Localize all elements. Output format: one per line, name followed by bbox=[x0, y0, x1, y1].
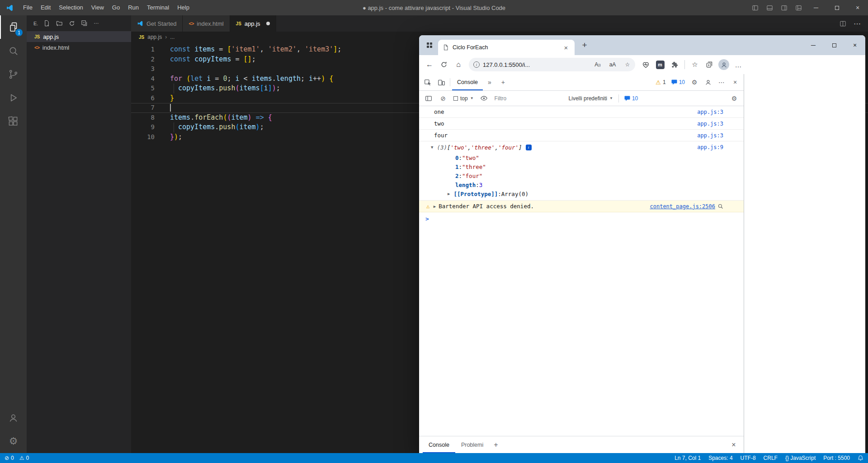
file-index.html[interactable]: <>index.html bbox=[27, 42, 131, 53]
drawer-tab-console[interactable]: Console bbox=[423, 436, 455, 453]
console-messages[interactable]: oneapp.js:3twoapp.js:3fourapp.js:3▼(3) [… bbox=[419, 106, 744, 436]
tab-app-js[interactable]: JSapp.js bbox=[230, 15, 276, 32]
live-expression-icon[interactable] bbox=[477, 92, 491, 105]
collapse-folders-icon[interactable] bbox=[81, 20, 88, 27]
console-source-link[interactable]: app.js:3 bbox=[697, 132, 723, 139]
console-source-link[interactable]: app.js:9 bbox=[697, 144, 723, 150]
toggle-secondary-sidebar-icon[interactable] bbox=[777, 0, 791, 15]
url-text[interactable]: 127.0.0.1:5500/i... bbox=[483, 61, 589, 68]
extensions-icon[interactable] bbox=[0, 109, 27, 133]
inspect-element-icon[interactable] bbox=[421, 75, 434, 89]
menu-run[interactable]: Run bbox=[124, 0, 143, 15]
close-devtools-icon[interactable]: × bbox=[728, 75, 742, 89]
devtools-settings-icon[interactable]: ⚙ bbox=[688, 75, 701, 89]
menu-go[interactable]: Go bbox=[108, 0, 124, 15]
message-counter[interactable]: 10 bbox=[669, 79, 688, 85]
add-favorite-icon[interactable]: ☆ bbox=[622, 59, 633, 70]
drawer-close-icon[interactable]: × bbox=[727, 441, 740, 449]
errors-indicator[interactable]: ⊘0 bbox=[5, 455, 14, 461]
breadcrumb-more[interactable]: ... bbox=[170, 34, 175, 40]
read-aloud-icon[interactable]: A)) bbox=[592, 59, 604, 70]
menu-help[interactable]: Help bbox=[173, 0, 193, 15]
source-control-icon[interactable] bbox=[0, 62, 27, 86]
more-actions-icon[interactable]: ⋯ bbox=[94, 20, 99, 26]
filter-input[interactable] bbox=[495, 95, 562, 102]
m-extension-icon[interactable]: m bbox=[653, 58, 667, 71]
status-spaces-4[interactable]: Spaces: 4 bbox=[708, 455, 732, 461]
console-source-link[interactable]: app.js:3 bbox=[697, 109, 723, 115]
tab-actions-menu-icon[interactable] bbox=[424, 39, 435, 51]
console-array-child[interactable]: 2: "four" bbox=[419, 171, 744, 180]
console-log-row[interactable]: fourapp.js:3 bbox=[419, 130, 744, 141]
page-content[interactable] bbox=[744, 74, 865, 453]
message-counter[interactable]: 10 bbox=[622, 95, 641, 102]
tab-get-started[interactable]: Get Started bbox=[131, 15, 183, 32]
new-tab-icon[interactable]: + bbox=[578, 39, 591, 51]
console-log-row[interactable]: oneapp.js:3 bbox=[419, 106, 744, 118]
maximize-button[interactable] bbox=[826, 0, 847, 15]
collections-icon[interactable] bbox=[703, 58, 716, 71]
status-ln-7-col-1[interactable]: Ln 7, Col 1 bbox=[675, 455, 701, 461]
console-array-child[interactable]: ▶[[Prototype]]: Array(0) bbox=[419, 189, 744, 198]
search-icon[interactable] bbox=[0, 39, 27, 62]
devtools-more-icon[interactable]: ⋯ bbox=[715, 75, 728, 89]
drawer-tab-problemi[interactable]: Problemi bbox=[455, 436, 489, 453]
expand-caret-icon[interactable]: ▶ bbox=[434, 204, 436, 209]
close-button[interactable]: × bbox=[847, 0, 868, 15]
translate-icon[interactable]: aA bbox=[607, 59, 618, 70]
refresh-icon[interactable] bbox=[437, 58, 451, 71]
device-emulation-icon[interactable] bbox=[434, 75, 448, 89]
feedback-icon[interactable] bbox=[701, 75, 715, 89]
status-port-5500[interactable]: Port : 5500 bbox=[823, 455, 850, 461]
console-array-child[interactable]: 1: "three" bbox=[419, 162, 744, 171]
edge-maximize-button[interactable] bbox=[824, 35, 844, 55]
new-folder-icon[interactable] bbox=[56, 20, 63, 27]
profile-avatar[interactable] bbox=[717, 58, 731, 71]
edge-close-button[interactable]: × bbox=[844, 35, 865, 55]
new-file-icon[interactable] bbox=[43, 20, 50, 27]
edge-minimize-button[interactable]: ─ bbox=[803, 35, 824, 55]
log-levels-selector[interactable]: Livelli predefiniti▼ bbox=[566, 95, 616, 102]
status-crlf[interactable]: CRLF bbox=[764, 455, 778, 461]
toggle-panel-icon[interactable] bbox=[762, 0, 777, 15]
console-sidebar-icon[interactable] bbox=[422, 92, 435, 105]
console-array-row[interactable]: ▼(3) ['two', 'three', 'four']iapp.js:9 bbox=[419, 141, 744, 153]
console-array-child[interactable]: 0: "two" bbox=[419, 153, 744, 162]
console-settings-icon[interactable]: ⚙ bbox=[727, 92, 741, 105]
breadcrumb-file[interactable]: app.js bbox=[147, 34, 162, 40]
account-icon[interactable] bbox=[0, 406, 27, 430]
warning-counter[interactable]: ⚠1 bbox=[653, 79, 668, 86]
menu-edit[interactable]: Edit bbox=[37, 0, 55, 15]
console-warning-row[interactable]: ⚠▶Bartender API access denied.content_pa… bbox=[419, 201, 744, 212]
menu-selection[interactable]: Selection bbox=[55, 0, 87, 15]
menu-view[interactable]: View bbox=[87, 0, 108, 15]
expand-caret-icon[interactable]: ▼ bbox=[431, 145, 433, 150]
extensions-puzzle-icon[interactable] bbox=[668, 58, 681, 71]
explorer-icon[interactable]: 1 bbox=[0, 15, 27, 39]
tab-index-html[interactable]: <>index.html bbox=[183, 15, 230, 32]
console-log-row[interactable]: twoapp.js:3 bbox=[419, 118, 744, 130]
editor-more-icon[interactable]: ⋯ bbox=[850, 15, 864, 32]
drawer-add-icon[interactable]: + bbox=[489, 441, 502, 449]
expand-caret-icon[interactable]: ▶ bbox=[448, 192, 450, 196]
search-icon[interactable] bbox=[718, 204, 723, 209]
status-utf-8[interactable]: UTF-8 bbox=[741, 455, 756, 461]
menu-terminal[interactable]: Terminal bbox=[143, 0, 173, 15]
favorites-icon[interactable]: ☆ bbox=[688, 58, 702, 71]
address-bar[interactable]: i 127.0.0.1:5500/i... A)) aA ☆ bbox=[469, 58, 635, 71]
console-source-link[interactable]: content_page.js:2506 bbox=[650, 203, 716, 210]
settings-gear-icon[interactable]: ⚙ bbox=[0, 430, 27, 453]
browser-tab[interactable]: Ciclo ForEach × bbox=[438, 40, 575, 55]
back-icon[interactable]: ← bbox=[423, 58, 436, 71]
console-source-link[interactable]: app.js:3 bbox=[697, 121, 723, 127]
tab-console[interactable]: Console bbox=[452, 74, 483, 90]
customize-layout-icon[interactable] bbox=[791, 0, 806, 15]
file-app.js[interactable]: JSapp.js bbox=[27, 31, 131, 42]
warnings-indicator[interactable]: ⚠0 bbox=[19, 455, 29, 461]
status--javascript[interactable]: {} JavaScript bbox=[785, 455, 816, 461]
menu-file[interactable]: File bbox=[19, 0, 37, 15]
settings-more-icon[interactable]: … bbox=[731, 58, 745, 71]
context-selector[interactable]: top▼ bbox=[451, 95, 476, 102]
split-editor-icon[interactable] bbox=[835, 15, 850, 32]
notifications-bell-icon[interactable] bbox=[858, 455, 863, 461]
